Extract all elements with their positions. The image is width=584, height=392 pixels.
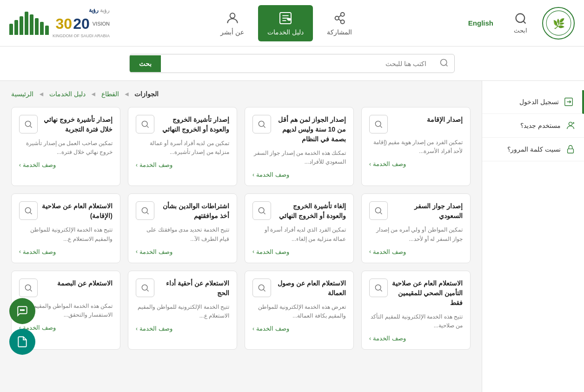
nav-absher-label: عن أبشر (220, 28, 244, 36)
service-search-icon (257, 283, 266, 292)
sidebar-forgot-password[interactable]: نسيت كلمة المرور؟ (482, 138, 584, 161)
svg-line-7 (338, 15, 341, 17)
service-card-issue-saudi-passport[interactable]: إصدار جواز السفر السعودي تمكين المواطن أ… (361, 193, 471, 263)
service-link[interactable]: وصف الخدمة › (252, 325, 346, 332)
bar-4 (30, 14, 33, 35)
service-title: إصدار تأشيرة خروج نهائي خلال فترة التجرب… (41, 115, 113, 134)
bar-3 (35, 18, 39, 35)
service-card-header: الاستعلام عن البصمة (19, 279, 113, 297)
nav-absher[interactable]: عن أبشر (211, 5, 253, 41)
service-card-health-insurance-inquiry[interactable]: الاستعلام العام عن صلاحية التأمين الصحي … (361, 271, 471, 350)
chevron-left-icon: › (136, 162, 138, 168)
service-title: إصدار الإقامة (392, 115, 463, 125)
service-card-issue-exit-reentry-final[interactable]: إصدار تأشيرة الخروج والعودة أو الخروج ال… (128, 107, 237, 186)
service-card-issuance-residence[interactable]: إصدار الإقامة تمكين الفرد من إصدار هوية … (361, 107, 471, 186)
service-icon-box (369, 279, 388, 297)
svg-point-48 (23, 310, 24, 311)
vision-30: 30 (56, 14, 73, 34)
nav-share[interactable]: المشاركة (318, 5, 361, 41)
nav-guide[interactable]: دليل الخدمات (258, 5, 313, 41)
svg-line-3 (523, 21, 525, 23)
service-link[interactable]: وصف الخدمة › (136, 161, 229, 168)
svg-line-27 (147, 126, 149, 128)
breadcrumb-sector[interactable]: القطاع (101, 90, 119, 98)
service-card-hajj-eligibility-inquiry[interactable]: الاستعلام عن أحقية أداء الحج تتيح الخدمة… (128, 271, 237, 350)
service-card-cancel-exit-reentry[interactable]: إلغاء تأشيرة الخروج والعودة أو الخروج ال… (245, 193, 354, 263)
svg-point-38 (375, 285, 381, 290)
vision-bars (9, 12, 49, 35)
breadcrumb-current: الجوازات (134, 90, 159, 98)
service-card-issue-exit-trial-period[interactable]: إصدار تأشيرة خروج نهائي خلال فترة التجرب… (11, 107, 120, 186)
svg-point-24 (259, 121, 264, 126)
search-input[interactable] (161, 55, 434, 72)
logo-icon: 🌿 (546, 10, 571, 36)
service-card-issue-passport-for-minor[interactable]: إصدار الجواز لمن هم أقل من 10 سنة وليس ل… (245, 107, 354, 186)
svg-point-15 (441, 60, 447, 66)
svg-line-31 (380, 213, 382, 214)
svg-line-45 (30, 290, 32, 292)
service-link[interactable]: وصف الخدمة › (369, 248, 463, 255)
svg-line-35 (147, 213, 149, 214)
search-label: ابحث (514, 27, 527, 34)
svg-point-36 (25, 208, 31, 213)
chat-button-2[interactable] (9, 329, 35, 355)
service-link[interactable]: وصف الخدمة › (369, 160, 463, 167)
share-icon (332, 11, 347, 26)
service-search-icon (24, 283, 33, 292)
chevron-left-icon: › (252, 248, 254, 255)
service-desc: تتيح الخدمة تحديد مدى موافقتك على قيام ا… (136, 226, 229, 243)
breadcrumb-guide[interactable]: دليل الخدمات (49, 90, 86, 98)
service-link-label: وصف الخدمة (373, 335, 406, 342)
svg-point-2 (516, 14, 524, 23)
absher-icon (225, 11, 240, 26)
search-icon-button[interactable] (434, 54, 454, 73)
service-title: الاستعلام العام عن صلاحية (الإقامة) (41, 201, 113, 221)
svg-point-18 (569, 122, 572, 126)
sidebar-login-label: تسجيل الدخول (519, 98, 559, 106)
service-link-label: وصف الخدمة (23, 161, 56, 168)
service-card-worker-arrival-inquiry[interactable]: الاستعلام العام عن وصول العمالة تعرض هذه… (245, 271, 354, 350)
service-link-label: وصف الخدمة (373, 160, 406, 167)
svg-point-46 (20, 310, 21, 311)
service-link-label: وصف الخدمة (139, 248, 173, 255)
svg-line-41 (264, 290, 265, 292)
vision-20: 20 (73, 14, 90, 34)
service-desc: تمكنك هذه الخدمة من إصدار جواز السفر الس… (252, 149, 346, 166)
service-icon-box (252, 201, 271, 220)
service-link[interactable]: وصف الخدمة › (252, 248, 346, 255)
login-icon (564, 97, 574, 107)
breadcrumb-home[interactable]: الرئيسية (11, 90, 33, 98)
nav-guide-label: دليل الخدمات (267, 28, 304, 36)
service-search-icon (140, 120, 150, 129)
service-card-header: الاستعلام عن أحقية أداء الحج (136, 279, 229, 298)
service-link[interactable]: وصف الخدمة › (136, 248, 229, 255)
service-card-general-inquiry-residence[interactable]: الاستعلام العام عن صلاحية (الإقامة) تتيح… (11, 193, 120, 263)
service-search-icon (257, 120, 266, 129)
service-card-header: الاستعلام العام عن صلاحية التأمين الصحي … (369, 279, 463, 308)
sidebar-new-user[interactable]: مستخدم جديد؟ (482, 114, 584, 138)
service-link[interactable]: وصف الخدمة › (19, 161, 113, 168)
search-button[interactable]: ابحث (508, 8, 533, 38)
search-bar-area: بحث (0, 47, 584, 81)
chevron-left-icon: › (369, 335, 371, 342)
service-card-parents-consent[interactable]: اشتراطات الوالدين بشأن أخذ موافقتهم تتيح… (128, 193, 237, 263)
sidebar-login[interactable]: تسجيل الدخول (482, 90, 584, 114)
chevron-left-icon: › (369, 161, 371, 167)
service-card-header: إصدار جواز السفر السعودي (369, 201, 463, 221)
search-submit-button[interactable]: بحث (130, 55, 161, 72)
service-desc: تتيح هذه الخدمة الإلكترونية للمقيم التأك… (369, 312, 463, 330)
language-button[interactable]: English (463, 15, 499, 31)
service-link[interactable]: وصف الخدمة › (369, 335, 463, 342)
service-search-icon (24, 206, 33, 215)
chevron-left-icon: › (369, 248, 371, 255)
service-link[interactable]: وصف الخدمة › (19, 248, 113, 255)
service-title: الاستعلام عن البصمة (41, 279, 113, 288)
service-card-header: الاستعلام العام عن وصول العمالة (252, 279, 346, 298)
service-desc: تعرض هذه الخدمة الإلكترونية للمواطن والم… (252, 303, 346, 320)
service-desc: تتيح الخدمة الإلكترونية للمواطن والمقيم … (136, 303, 229, 320)
chat-button-1[interactable] (9, 298, 35, 324)
service-link[interactable]: وصف الخدمة › (252, 171, 346, 178)
nav-share-label: المشاركة (327, 28, 352, 36)
lock-icon (565, 144, 576, 154)
service-link[interactable]: وصف الخدمة › (136, 325, 229, 332)
